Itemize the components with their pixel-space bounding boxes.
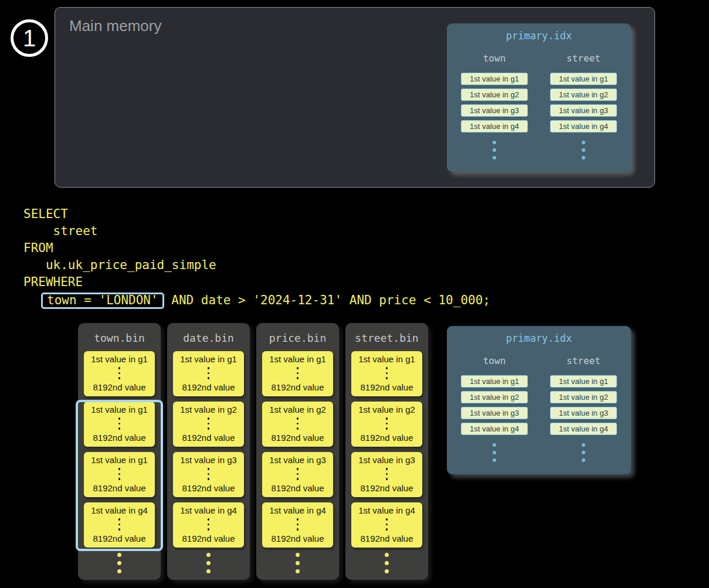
granule-first-value: 1st value in g1 — [180, 354, 237, 364]
granule-ellipsis-icon — [208, 518, 210, 531]
ellipsis-dots-icon — [256, 553, 339, 573]
granule-list: 1st value in g1 8192nd value 1st value i… — [256, 351, 339, 548]
ellipsis-dots-icon — [167, 553, 250, 573]
idx-entry: 1st value in g2 — [550, 391, 617, 403]
bin-title: price.bin — [256, 332, 339, 344]
idx-entry: 1st value in g4 — [550, 423, 617, 435]
granule-list: 1st value in g1 8192nd value 1st value i… — [345, 351, 428, 548]
granule-first-value: 1st value in g4 — [180, 505, 237, 515]
granule-block: 1st value in g4 8192nd value — [351, 502, 422, 548]
ellipsis-dots-icon — [582, 141, 585, 159]
idx-entry: 1st value in g1 — [461, 73, 528, 85]
granule-first-value: 1st value in g2 — [180, 405, 237, 414]
granule-first-value: 1st value in g1 — [91, 455, 148, 465]
granule-last-value: 8192nd value — [360, 382, 413, 392]
granule-first-value: 1st value in g3 — [358, 455, 415, 465]
granule-ellipsis-icon — [208, 417, 210, 430]
bin-column-town: town.bin 1st value in g1 8192nd value 1s… — [78, 323, 161, 580]
ellipsis-dots-icon — [345, 553, 428, 573]
idx-column-header: street — [566, 355, 601, 366]
granule-block: 1st value in g1 8192nd value — [262, 351, 333, 396]
sql-predicates-rest: AND date > '2024-12-31' AND price < 10_0… — [164, 292, 490, 309]
granule-first-value: 1st value in g2 — [358, 405, 415, 414]
primary-idx-title: primary.idx — [447, 332, 631, 344]
granule-ellipsis-icon — [297, 518, 299, 531]
idx-entry: 1st value in g1 — [550, 375, 617, 388]
idx-column-header: street — [566, 53, 601, 64]
granule-ellipsis-icon — [118, 367, 121, 379]
idx-entry: 1st value in g2 — [461, 391, 528, 403]
sql-line-table: uk.uk_price_paid_simple — [23, 257, 490, 274]
idx-column-street: street 1st value in g1 1st value in g2 1… — [550, 355, 617, 462]
granule-ellipsis-icon — [118, 518, 121, 531]
granule-first-value: 1st value in g4 — [269, 505, 326, 515]
granule-last-value: 8192nd value — [182, 483, 235, 493]
granule-last-value: 8192nd value — [182, 382, 235, 392]
granule-block: 1st value in g1 8192nd value — [84, 452, 155, 497]
step-number: 1 — [23, 25, 36, 52]
granule-block: 1st value in g3 8192nd value — [262, 452, 333, 497]
granule-ellipsis-icon — [297, 468, 299, 480]
primary-idx-title: primary.idx — [447, 30, 631, 42]
granule-block: 1st value in g1 8192nd value — [173, 351, 244, 396]
idx-column-header: town — [483, 53, 506, 64]
granule-last-value: 8192nd value — [360, 533, 413, 543]
granule-first-value: 1st value in g3 — [269, 455, 326, 465]
idx-column-town: town 1st value in g1 1st value in g2 1st… — [461, 53, 528, 159]
granule-ellipsis-icon — [386, 417, 388, 430]
ellipsis-dots-icon — [582, 443, 585, 462]
granule-last-value: 8192nd value — [93, 483, 145, 493]
idx-entry: 1st value in g3 — [461, 407, 528, 419]
granule-first-value: 1st value in g1 — [91, 405, 148, 414]
primary-idx-panel-disk: primary.idx town 1st value in g1 1st val… — [447, 326, 631, 474]
bin-title: date.bin — [167, 332, 250, 344]
granule-block: 1st value in g1 8192nd value — [84, 402, 155, 447]
idx-entry: 1st value in g1 — [461, 375, 528, 388]
granule-first-value: 1st value in g1 — [358, 354, 415, 364]
granule-first-value: 1st value in g4 — [358, 505, 415, 515]
granule-first-value: 1st value in g1 — [91, 354, 148, 364]
granule-first-value: 1st value in g3 — [180, 455, 237, 465]
sql-line-from: FROM — [23, 240, 490, 257]
granule-last-value: 8192nd value — [271, 433, 324, 443]
prewhere-town-highlight: town = 'LONDON' — [41, 293, 164, 309]
bin-title: street.bin — [345, 332, 428, 344]
granule-last-value: 8192nd value — [271, 382, 324, 392]
granule-last-value: 8192nd value — [182, 533, 235, 543]
sql-line-select: SELECT — [23, 206, 490, 223]
sql-line-prewhere: PREWHERE — [23, 274, 490, 291]
granule-last-value: 8192nd value — [360, 483, 413, 493]
ellipsis-dots-icon — [493, 141, 496, 159]
granule-ellipsis-icon — [208, 468, 210, 480]
granule-first-value: 1st value in g2 — [269, 405, 326, 414]
main-memory-panel: Main memory primary.idx town 1st value i… — [55, 7, 655, 188]
granule-list: 1st value in g1 8192nd value 1st value i… — [78, 351, 161, 548]
granule-block: 1st value in g4 8192nd value — [84, 502, 155, 548]
idx-entry: 1st value in g3 — [550, 104, 617, 117]
idx-entry: 1st value in g1 — [550, 73, 617, 85]
idx-entry: 1st value in g2 — [550, 89, 617, 101]
granule-block: 1st value in g4 8192nd value — [173, 502, 244, 548]
bin-column-date: date.bin 1st value in g1 8192nd value 1s… — [167, 323, 250, 580]
granule-block: 1st value in g1 8192nd value — [84, 351, 155, 396]
ellipsis-dots-icon — [78, 553, 161, 573]
main-memory-title: Main memory — [69, 17, 161, 35]
granule-ellipsis-icon — [208, 367, 210, 379]
granule-last-value: 8192nd value — [93, 433, 145, 443]
granule-ellipsis-icon — [386, 468, 388, 480]
idx-entry: 1st value in g4 — [461, 120, 528, 132]
granule-block: 1st value in g4 8192nd value — [262, 502, 333, 548]
primary-idx-panel-memory: primary.idx town 1st value in g1 1st val… — [447, 23, 631, 172]
diagram-canvas: 1 Main memory primary.idx town 1st value… — [0, 0, 709, 588]
granule-ellipsis-icon — [386, 367, 388, 379]
sql-line-street: street — [23, 223, 490, 240]
granule-ellipsis-icon — [297, 417, 299, 430]
granule-ellipsis-icon — [386, 518, 388, 531]
sql-query: SELECT street FROM uk.uk_price_paid_simp… — [23, 206, 490, 310]
idx-column-town: town 1st value in g1 1st value in g2 1st… — [461, 355, 528, 462]
granule-block: 1st value in g3 8192nd value — [351, 452, 422, 497]
granule-block: 1st value in g3 8192nd value — [173, 452, 244, 497]
granule-ellipsis-icon — [297, 367, 299, 379]
idx-entry: 1st value in g4 — [461, 423, 528, 435]
granule-first-value: 1st value in g1 — [269, 354, 326, 364]
